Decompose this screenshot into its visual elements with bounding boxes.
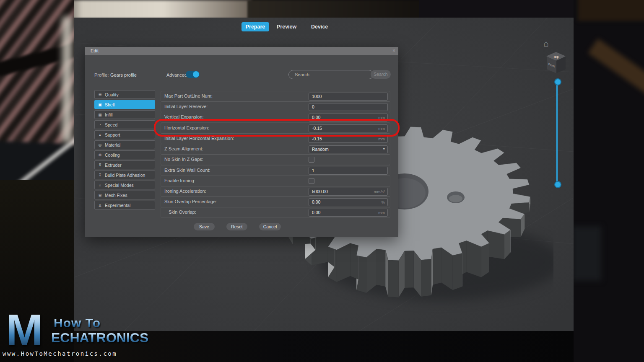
setting-value: 0: [312, 104, 314, 109]
setting-row-extra-skin-wall-count: Extra Skin Wall Count: 1: [161, 165, 390, 176]
build-plate-adhesion-icon: ↧: [97, 173, 103, 177]
sidebar-item-label: Shell: [105, 102, 114, 107]
setting-input[interactable]: 0.00%: [309, 198, 388, 206]
sidebar-item-label: Extruder: [105, 163, 122, 168]
highlight-annotation: [154, 119, 400, 137]
layer-slider-top-handle[interactable]: [554, 78, 561, 85]
close-icon[interactable]: ×: [392, 48, 395, 54]
setting-unit: %: [382, 200, 385, 204]
setting-unit: mm: [378, 137, 385, 141]
sidebar-item-quality[interactable]: ☰Quality: [94, 90, 155, 99]
background-photo: [588, 39, 644, 96]
setting-row-no-skin-in-z-gaps: No Skin In Z Gaps:: [161, 154, 390, 165]
setting-label: Extra Skin Wall Count:: [164, 168, 210, 173]
sidebar-item-extruder[interactable]: ⊽Extruder: [94, 160, 155, 169]
setting-value: Random: [312, 147, 329, 152]
sidebar-item-label: Support: [105, 132, 120, 137]
setting-value: 1000: [312, 94, 322, 99]
sidebar-item-label: Cooling: [105, 153, 120, 158]
sidebar-item-experimental[interactable]: ΔExperimental: [94, 201, 155, 209]
setting-row-max-part-outline-num: Max Part OutLine Num: 1000: [161, 91, 390, 102]
home-view-icon[interactable]: ⌂: [543, 39, 549, 49]
background-photo: [574, 226, 601, 281]
background-photo: [419, 0, 644, 19]
background-highlight: [62, 17, 72, 142]
speed-icon: ◔: [97, 123, 103, 127]
setting-row-z-seam-alignment: Z Seam Alignment: Random▾: [161, 144, 390, 155]
setting-label: Enable Ironing:: [164, 178, 195, 183]
setting-input[interactable]: 0.00mm: [309, 209, 388, 217]
tab-device[interactable]: Device: [311, 22, 328, 31]
profile-value: Gears profile: [110, 72, 137, 78]
background-photo: [55, 0, 252, 19]
setting-input[interactable]: 1: [309, 167, 388, 175]
setting-row-enable-ironing: Enable Ironing:: [161, 176, 390, 186]
sidebar-item-build-plate-adhesion[interactable]: ↧Build Plate Adhesion: [94, 171, 155, 179]
setting-unit: mm: [378, 210, 385, 215]
search-input[interactable]: [288, 70, 374, 79]
cancel-button[interactable]: Cancel: [259, 223, 281, 230]
mesh-fixes-icon: ⊞: [97, 193, 103, 197]
setting-label: Initial Layer Reserve:: [164, 104, 208, 109]
sidebar-item-label: Material: [105, 142, 120, 147]
sidebar-item-label: Mesh Fixes: [105, 193, 127, 198]
setting-value: 0.00: [312, 199, 320, 204]
search-button[interactable]: Search: [371, 70, 391, 79]
sidebar-item-material[interactable]: ◎Material: [94, 140, 155, 149]
setting-row-skin-overlap: Skin Overlap: 0.00mm: [161, 207, 390, 218]
setting-label: Z Seam Alignment:: [164, 146, 203, 151]
sidebar-item-shell[interactable]: ▣Shell: [94, 100, 155, 109]
setting-dropdown[interactable]: Random▾: [309, 145, 388, 153]
extruder-icon: ⊽: [97, 163, 103, 167]
layer-slider-track[interactable]: [556, 81, 558, 184]
cooling-icon: ✻: [97, 153, 103, 157]
chevron-down-icon: ▾: [383, 147, 385, 151]
setting-value: 0.00: [312, 210, 320, 215]
setting-checkbox[interactable]: [309, 157, 314, 163]
setting-input[interactable]: 1000: [309, 93, 388, 101]
infill-icon: ▦: [97, 113, 103, 117]
setting-label: Max Part OutLine Num:: [164, 93, 213, 98]
setting-unit: mm/s²: [374, 189, 385, 194]
sidebar-item-support[interactable]: ▲Support: [94, 130, 155, 139]
background-shadow: [0, 37, 74, 78]
setting-label: No Skin In Z Gaps:: [164, 157, 203, 162]
quality-icon: ☰: [97, 93, 103, 97]
settings-category-list: ☰Quality ▣Shell ▦Infill ◔Speed ▲Support …: [94, 90, 155, 211]
sidebar-item-mesh-fixes[interactable]: ⊞Mesh Fixes: [94, 191, 155, 199]
logo-how-to-text: How To: [54, 316, 101, 330]
setting-row-skin-overlap-percentage: Skin Overlap Percentage: 0.00%: [161, 197, 390, 207]
sidebar-item-label: Infill: [105, 112, 113, 117]
setting-value: 1: [312, 168, 314, 173]
advanced-toggle[interactable]: [186, 71, 200, 78]
shell-icon: ▣: [97, 103, 103, 107]
sidebar-item-special-modes[interactable]: ☆Special Modes: [94, 181, 155, 189]
dialog-titlebar[interactable]: Edit ×: [85, 47, 398, 55]
reset-button[interactable]: Reset: [226, 223, 247, 230]
logo-mechatronics-text: ECHATRONICS: [51, 330, 148, 346]
view-cube[interactable]: Top Front: [546, 52, 566, 75]
background-ribbon: [0, 0, 74, 144]
background-photo: [578, 0, 644, 21]
setting-input[interactable]: 0: [309, 103, 388, 111]
sidebar-item-label: Experimental: [105, 203, 130, 208]
save-button[interactable]: Save: [194, 223, 215, 230]
advanced-toggle-knob: [193, 71, 199, 78]
support-icon: ▲: [97, 133, 103, 137]
setting-row-ironing-acceleration: Ironing Acceleration: 5000.00mm/s²: [161, 186, 390, 197]
setting-input[interactable]: 5000.00mm/s²: [309, 188, 388, 196]
profile-label: Profile:: [94, 72, 109, 78]
sidebar-item-infill[interactable]: ▦Infill: [94, 110, 155, 119]
special-modes-icon: ☆: [97, 183, 103, 187]
setting-label: Skin Overlap:: [169, 209, 196, 215]
layer-slider-bottom-handle[interactable]: [554, 181, 561, 188]
sidebar-item-cooling[interactable]: ✻Cooling: [94, 150, 155, 159]
tab-prepare[interactable]: Prepare: [242, 22, 269, 31]
slicer-app-window: Prepare Preview Device ⌂ Top Front Edit …: [74, 18, 574, 331]
material-icon: ◎: [97, 143, 103, 147]
setting-checkbox[interactable]: [309, 178, 314, 184]
setting-value: 5000.00: [312, 189, 328, 194]
sidebar-item-label: Quality: [105, 92, 119, 97]
sidebar-item-speed[interactable]: ◔Speed: [94, 120, 155, 129]
tab-preview[interactable]: Preview: [277, 22, 296, 31]
